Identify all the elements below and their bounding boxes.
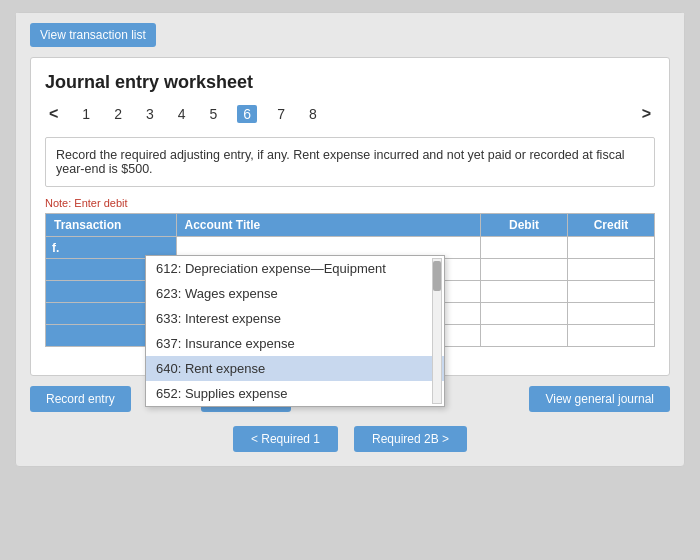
pagination-row: < 1 2 3 4 5 6 7 8 >: [45, 105, 655, 123]
debit-cell-2[interactable]: [481, 259, 568, 281]
credit-cell-4[interactable]: [568, 303, 655, 325]
page-4[interactable]: 4: [174, 105, 190, 123]
top-bar: View transaction list: [16, 13, 684, 57]
table-section: Transaction Account Title Debit Credit f…: [45, 213, 655, 347]
page-7[interactable]: 7: [273, 105, 289, 123]
prev-page-button[interactable]: <: [45, 105, 62, 123]
account-dropdown[interactable]: 612: Depreciation expense—Equipment 623:…: [145, 255, 445, 407]
dropdown-item-633[interactable]: 633: Interest expense: [146, 306, 444, 331]
page-1[interactable]: 1: [78, 105, 94, 123]
view-transaction-button[interactable]: View transaction list: [30, 23, 156, 47]
page-8[interactable]: 8: [305, 105, 321, 123]
required-row: < Required 1 Required 2B >: [16, 426, 684, 452]
page-6[interactable]: 6: [237, 105, 257, 123]
header-credit: Credit: [568, 214, 655, 237]
page-2[interactable]: 2: [110, 105, 126, 123]
dropdown-item-623[interactable]: 623: Wages expense: [146, 281, 444, 306]
record-entry-button[interactable]: Record entry: [30, 386, 131, 412]
dropdown-scrollbar-thumb: [433, 261, 441, 291]
dropdown-scrollbar[interactable]: [432, 258, 442, 404]
header-debit: Debit: [481, 214, 568, 237]
main-panel: Journal entry worksheet < 1 2 3 4 5 6 7 …: [30, 57, 670, 376]
credit-cell-3[interactable]: [568, 281, 655, 303]
credit-cell-1[interactable]: [568, 237, 655, 259]
credit-cell-5[interactable]: [568, 325, 655, 347]
header-account: Account Title: [176, 214, 481, 237]
debit-cell-4[interactable]: [481, 303, 568, 325]
dropdown-item-640[interactable]: 640: Rent expense: [146, 356, 444, 381]
note-text: Note: Enter debit: [45, 197, 655, 209]
header-transaction: Transaction: [46, 214, 177, 237]
required-2b-button[interactable]: Required 2B >: [354, 426, 467, 452]
dropdown-item-652[interactable]: 652: Supplies expense: [146, 381, 444, 406]
dropdown-item-637[interactable]: 637: Insurance expense: [146, 331, 444, 356]
description-box: Record the required adjusting entry, if …: [45, 137, 655, 187]
debit-cell-1[interactable]: [481, 237, 568, 259]
page-5[interactable]: 5: [206, 105, 222, 123]
debit-cell-5[interactable]: [481, 325, 568, 347]
worksheet-title: Journal entry worksheet: [45, 72, 655, 93]
credit-cell-2[interactable]: [568, 259, 655, 281]
main-container: View transaction list Journal entry work…: [15, 12, 685, 467]
dropdown-item-612[interactable]: 612: Depreciation expense—Equipment: [146, 256, 444, 281]
page-3[interactable]: 3: [142, 105, 158, 123]
next-page-button[interactable]: >: [638, 105, 655, 123]
required-1-button[interactable]: < Required 1: [233, 426, 338, 452]
view-general-journal-button[interactable]: View general journal: [529, 386, 670, 412]
debit-cell-3[interactable]: [481, 281, 568, 303]
